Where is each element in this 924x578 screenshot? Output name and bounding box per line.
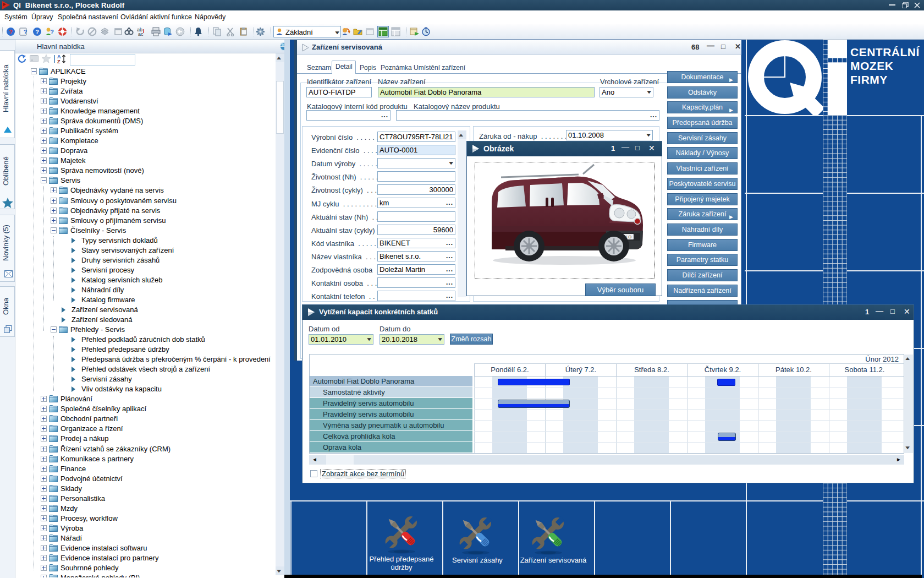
svg-text:ac: ac [138, 31, 144, 36]
svg-text:Z: Z [57, 59, 61, 64]
svg-text:?: ? [35, 29, 39, 35]
svg-text:?: ? [9, 29, 13, 35]
svg-text:?: ? [24, 29, 28, 35]
svg-text:?: ? [50, 29, 54, 35]
